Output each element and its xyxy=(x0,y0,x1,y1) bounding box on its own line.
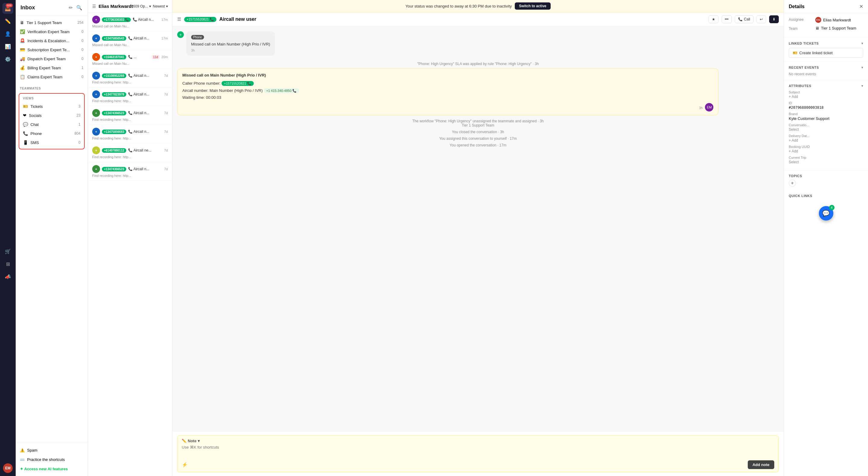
nav-inbox[interactable]: 📥 609 xyxy=(2,3,13,14)
chat-phone-tag: +15715520821 📞 xyxy=(184,17,216,22)
assignee-label: Assignee xyxy=(789,17,813,22)
conv-item-5[interactable]: + +13474366523 📞 Aircall n... 7d Find re… xyxy=(88,106,172,125)
nav-contacts[interactable]: 👤 xyxy=(2,28,13,39)
add-to-thread-btn[interactable]: + xyxy=(177,31,184,38)
nav-cart[interactable]: 🛒 xyxy=(2,246,13,257)
team-item-tier1[interactable]: 🖥 Tier 1 Support Team 254 xyxy=(16,18,88,27)
more-icon: ••• xyxy=(725,17,729,21)
conv-sort-filter[interactable]: Newest ▾ xyxy=(153,4,168,8)
nav-apps[interactable]: ⊞ xyxy=(2,258,13,269)
conv-item-7[interactable]: + +61407880112 📞 Aircall ne... 7d Find r… xyxy=(88,144,172,162)
view-name-sms: SMS xyxy=(30,140,76,145)
attr-value-trip[interactable]: Select xyxy=(789,160,863,164)
sidebar-title: Inbox xyxy=(21,4,35,11)
topics-title: Topics xyxy=(789,174,863,178)
star-icon: ★ xyxy=(712,17,715,21)
recent-events-section: RECENT EVENTS ▾ No recent events xyxy=(784,62,868,80)
view-item-chat[interactable]: 💬 Chat 1 xyxy=(19,120,84,129)
ai-features-item[interactable]: ✦ Access new AI features xyxy=(16,464,88,474)
team-value: 🖥 Tier 1 Support Team xyxy=(815,26,863,30)
team-count-tier1: 254 xyxy=(78,21,84,25)
linked-tickets-chevron[interactable]: ▾ xyxy=(861,41,863,45)
conv-sub-6: Find recording here: http... xyxy=(92,136,168,140)
team-item-subscription[interactable]: 💳 Subscription Expert Te... 0 xyxy=(16,45,88,54)
note-input[interactable] xyxy=(182,445,774,457)
nav-compose[interactable]: ✏️ xyxy=(2,16,13,27)
sidebar-header: Inbox ✏ 🔍 xyxy=(16,0,88,16)
conv-user-name: Elias Markwardt xyxy=(98,4,133,9)
spam-item[interactable]: ⚠️ Spam xyxy=(16,446,88,455)
team-item-billing[interactable]: 💰 Billing Expert Team 1 xyxy=(16,63,88,72)
sidebar-search-btn[interactable]: 🔍 xyxy=(76,4,83,11)
attr-value-conversation[interactable]: Select xyxy=(789,127,863,132)
recent-events-chevron[interactable]: ▾ xyxy=(861,65,863,70)
nav-announce[interactable]: 📣 xyxy=(2,271,13,282)
assignee-row: Assignee EM Elias Markwardt xyxy=(789,17,863,23)
msg-bubble-0: Phone Missed call on Main Number (High P… xyxy=(186,31,275,56)
details-title: Details xyxy=(789,4,804,9)
team-icon-incidents: 🚨 xyxy=(20,38,25,43)
shortcuts-item[interactable]: ⌨️ Practice the shortcuts xyxy=(16,455,88,464)
team-item-verification[interactable]: ✅ Verification Expert Team 0 xyxy=(16,27,88,36)
attr-value-id: #207968800003818 xyxy=(789,105,863,110)
team-count-subscription: 0 xyxy=(82,47,84,52)
view-item-socials[interactable]: ❤ Socials 23 xyxy=(19,111,84,120)
sidebar: Inbox ✏ 🔍 🖥 Tier 1 Support Team 254 ✅ Ve… xyxy=(16,0,88,476)
view-item-sms[interactable]: 📱 SMS 0 xyxy=(19,138,84,147)
create-linked-ticket-button[interactable]: 🎫 Create linked ticket xyxy=(789,48,863,58)
assigned-text: You assigned this conversation to yourse… xyxy=(439,136,517,141)
nav-reports[interactable]: 📊 xyxy=(2,41,13,52)
add-note-button[interactable]: Add note xyxy=(748,460,774,469)
attr-value-booking[interactable]: + Add xyxy=(789,149,863,153)
details-close-button[interactable]: ✕ xyxy=(859,4,863,9)
team-count-claims: 0 xyxy=(82,75,84,79)
team-name: Tier 1 Support Team xyxy=(821,26,856,30)
team-item-incidents[interactable]: 🚨 Incidents & Escalation... 0 xyxy=(16,36,88,45)
view-item-phone[interactable]: 📞 Phone 804 xyxy=(19,129,84,138)
conv-item-3[interactable]: + +15108952269 📞 Aircall n... 7d Find re… xyxy=(88,69,172,87)
attr-value-delivery[interactable]: + Add xyxy=(789,138,863,142)
call-button[interactable]: 📞 Call xyxy=(735,15,753,23)
download-button[interactable]: ⬇ xyxy=(769,15,779,23)
team-item-dispatch[interactable]: 🚚 Dispatch Expert Team 0 xyxy=(16,54,88,63)
team-name-claims: Claims Expert Team xyxy=(27,75,79,79)
chat-fab-button[interactable]: 💬 4 xyxy=(819,206,833,221)
conv-item-4[interactable]: + +13477823978 📞 Aircall n... 7d Find re… xyxy=(88,87,172,106)
star-button[interactable]: ★ xyxy=(709,15,718,23)
conv-label-2: 📞 ... xyxy=(128,55,150,59)
download-icon: ⬇ xyxy=(772,17,775,21)
nav-avatar[interactable]: EM xyxy=(3,463,13,473)
view-item-tickets[interactable]: 🎫 Tickets 3 xyxy=(19,102,84,111)
conv-item-8[interactable]: + +13474366523 📞 Aircall n... 7d Find re… xyxy=(88,162,172,181)
shortcuts-label: Practice the shortcuts xyxy=(27,457,65,462)
nav-settings[interactable]: ⚙️ xyxy=(2,54,13,64)
attr-value-subject[interactable]: + Add xyxy=(789,95,863,99)
conv-phone-5: +13474366523 xyxy=(102,111,126,116)
more-options-button[interactable]: ••• xyxy=(721,15,732,23)
team-label: Team xyxy=(789,26,813,31)
team-item-claims[interactable]: 📋 Claims Expert Team 0 xyxy=(16,72,88,81)
team-list: 🖥 Tier 1 Support Team 254 ✅ Verification… xyxy=(16,16,88,84)
conv-item-6[interactable]: + +13475856683 📞 Aircall n... 7d Find re… xyxy=(88,125,172,144)
conv-count-label: 609 Op... xyxy=(133,4,148,8)
conv-item-0[interactable]: + +17736330303 📞 📞 Aircall n... 17m Miss… xyxy=(88,13,172,31)
attributes-chevron[interactable]: ▾ xyxy=(861,84,863,88)
team-icon: 🖥 xyxy=(815,26,819,30)
socials-icon: ❤ xyxy=(23,113,27,118)
spam-icon: ⚠️ xyxy=(20,448,25,452)
add-topic-button[interactable]: + xyxy=(789,180,796,187)
view-count-phone: 804 xyxy=(74,131,81,135)
conv-count-filter[interactable]: 609 Op... ▾ xyxy=(133,4,151,8)
sidebar-compose-btn[interactable]: ✏ xyxy=(68,4,73,11)
conv-age-2: 20m xyxy=(161,55,168,59)
switch-to-active-button[interactable]: Switch to active xyxy=(515,2,551,10)
return-call-button[interactable]: ↩ xyxy=(756,15,766,23)
announce-icon: 📣 xyxy=(5,274,11,280)
conv-sub-1: Missed call on Main Nu... xyxy=(92,43,168,47)
views-label: VIEWS xyxy=(19,95,84,102)
conv-item-2[interactable]: + +16463187041 📞 ... 11d 20m Missed call… xyxy=(88,50,172,69)
workflow-msg: The workflow "Phone: High Urgency" unass… xyxy=(177,119,779,127)
conv-item-1[interactable]: + +13475850543 📞 Aircall n... 17m Missed… xyxy=(88,31,172,50)
team-name-tier1: Tier 1 Support Team xyxy=(27,21,75,25)
recent-events-header: RECENT EVENTS ▾ xyxy=(789,65,863,70)
